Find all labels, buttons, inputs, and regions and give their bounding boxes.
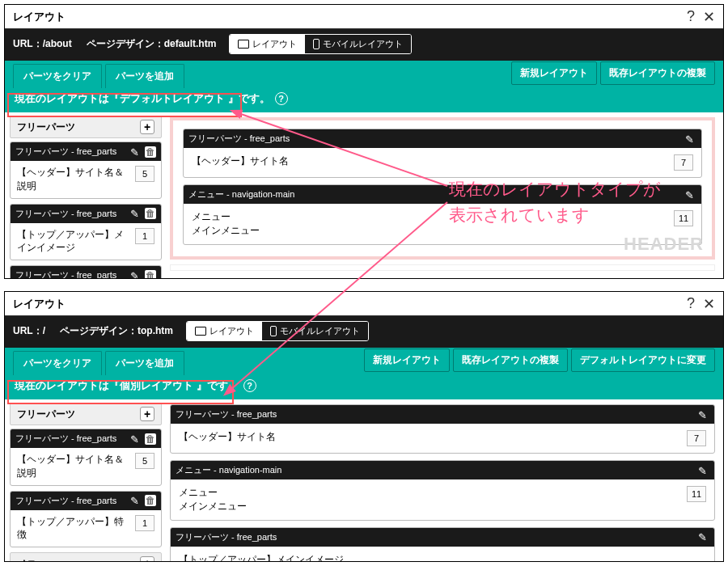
add-icon[interactable]: + (140, 556, 154, 562)
edit-icon[interactable] (698, 409, 709, 420)
desktop-icon (238, 40, 249, 49)
status-bar: 現在のレイアウトは『個別レイアウト 』です。 ? (5, 372, 723, 399)
mobile-icon (313, 39, 320, 49)
region-label: HEADER (624, 234, 704, 255)
edit-icon[interactable] (130, 208, 142, 219)
info-bar: URL：/ ページデザイン：top.htm レイアウト モバイルレイアウト (5, 316, 723, 348)
edit-icon[interactable] (698, 531, 709, 543)
help-icon[interactable]: ? (687, 295, 695, 312)
help-circle-icon[interactable]: ? (275, 92, 288, 105)
status-bar: 現在のレイアウトは『デフォルトレイアウト 』です。 ? (5, 85, 723, 112)
count-box: 5 (135, 453, 154, 469)
side-card[interactable]: フリーパーツ - free_parts (10, 265, 162, 279)
tab-clear-parts[interactable]: パーツをクリア (13, 351, 102, 375)
side-card[interactable]: フリーパーツ - free_parts 【ヘッダー】サイト名＆説明5 (10, 429, 162, 486)
edit-icon[interactable] (130, 495, 142, 506)
count-box: 7 (687, 430, 706, 446)
new-layout-button[interactable]: 新規レイアウト (511, 61, 597, 85)
sidebar: フリーパーツ + フリーパーツ - free_parts 【ヘッダー】サイト名＆… (5, 112, 167, 279)
edit-icon[interactable] (130, 433, 142, 445)
mode-mobile-button[interactable]: モバイルレイアウト (262, 322, 368, 340)
status-text: 現在のレイアウトは『個別レイアウト 』です。 (15, 378, 239, 393)
url-label: URL：/about (13, 37, 72, 51)
duplicate-layout-button[interactable]: 既存レイアウトの複製 (600, 61, 715, 85)
action-strip: パーツをクリア パーツを追加 新規レイアウト 既存レイアウトの複製 デフォルトレ… (5, 348, 723, 372)
delete-icon[interactable] (145, 208, 156, 219)
action-strip: パーツをクリア パーツを追加 新規レイアウト 既存レイアウトの複製 (5, 61, 723, 85)
side-card[interactable]: フリーパーツ - free_parts 【トップ／アッパー】特徴1 (10, 491, 162, 548)
help-circle-icon[interactable]: ? (243, 379, 256, 392)
panel-bottom: レイアウト ? ✕ URL：/ ページデザイン：top.htm レイアウト モバ… (4, 291, 724, 562)
section-menu: メニュー + (10, 552, 162, 562)
mode-layout-button[interactable]: レイアウト (230, 35, 305, 53)
mode-mobile-button[interactable]: モバイルレイアウト (305, 35, 411, 53)
side-card[interactable]: フリーパーツ - free_parts 【トップ／アッパー】メインイメージ1 (10, 204, 162, 261)
delete-icon[interactable] (145, 495, 156, 506)
pagedesign-label: ページデザイン：top.htm (60, 324, 173, 338)
pagedesign-label: ページデザイン：default.htm (87, 37, 217, 51)
count-box: 5 (135, 166, 154, 182)
side-card[interactable]: フリーパーツ - free_parts 【ヘッダー】サイト名＆説明5 (10, 142, 162, 199)
section-free-parts: フリーパーツ + (10, 116, 162, 138)
main-card[interactable]: メニュー - navigation-main メニューメインメニュー11 (170, 460, 715, 521)
sidebar: フリーパーツ + フリーパーツ - free_parts 【ヘッダー】サイト名＆… (5, 399, 167, 562)
new-layout-button[interactable]: 新規レイアウト (364, 348, 450, 372)
workarea: フリーパーツ + フリーパーツ - free_parts 【ヘッダー】サイト名＆… (5, 399, 723, 562)
count-box: 11 (687, 486, 706, 502)
edit-icon[interactable] (130, 270, 142, 279)
count-box: 1 (135, 515, 154, 531)
edit-icon[interactable] (130, 146, 142, 158)
mode-layout-button[interactable]: レイアウト (187, 322, 262, 340)
tab-clear-parts[interactable]: パーツをクリア (13, 64, 102, 88)
change-to-default-button[interactable]: デフォルトレイアウトに変更 (571, 348, 715, 372)
count-box: 7 (674, 154, 693, 171)
panel-title: レイアウト (13, 10, 66, 24)
count-box: 11 (674, 210, 693, 226)
add-icon[interactable]: + (140, 120, 154, 134)
count-box: 1 (135, 228, 154, 244)
titlebar: レイアウト ? ✕ (5, 5, 723, 29)
mobile-icon (270, 326, 277, 336)
edit-icon[interactable] (685, 133, 696, 145)
edit-icon[interactable] (685, 189, 696, 201)
url-label: URL：/ (13, 324, 45, 338)
main-card[interactable]: フリーパーツ - free_parts 【トップ／アッパー】メインイメージ (170, 527, 715, 562)
desktop-icon (195, 327, 206, 336)
main-card[interactable]: フリーパーツ - free_parts 【ヘッダー】サイト名7 (170, 404, 715, 454)
main-area: フリーパーツ - free_parts 【ヘッダー】サイト名7 メニュー - n… (167, 399, 723, 562)
panel-title: レイアウト (13, 297, 66, 311)
mode-toggle: レイアウト モバイルレイアウト (229, 34, 412, 54)
delete-icon[interactable] (145, 146, 156, 158)
section-free-parts: フリーパーツ + (10, 403, 162, 425)
annotation-text: 現在のレイアウトタイプが表示されています (449, 176, 661, 227)
status-text: 現在のレイアウトは『デフォルトレイアウト 』です。 (15, 91, 270, 106)
edit-icon[interactable] (698, 465, 709, 476)
duplicate-layout-button[interactable]: 既存レイアウトの複製 (453, 348, 568, 372)
panel-top: レイアウト ? ✕ URL：/about ページデザイン：default.htm… (4, 4, 724, 279)
delete-icon[interactable] (145, 433, 156, 445)
main-card[interactable]: フリーパーツ - free_parts 【ヘッダー】サイト名7 (183, 129, 702, 178)
close-icon[interactable]: ✕ (703, 295, 715, 313)
close-icon[interactable]: ✕ (703, 8, 715, 26)
info-bar: URL：/about ページデザイン：default.htm レイアウト モバイ… (5, 29, 723, 61)
tab-add-parts[interactable]: パーツを追加 (105, 351, 184, 375)
add-icon[interactable]: + (140, 407, 154, 421)
help-icon[interactable]: ? (687, 8, 695, 25)
titlebar: レイアウト ? ✕ (5, 292, 723, 316)
tab-add-parts[interactable]: パーツを追加 (105, 64, 184, 88)
mode-toggle: レイアウト モバイルレイアウト (186, 321, 369, 341)
delete-icon[interactable] (145, 270, 156, 279)
